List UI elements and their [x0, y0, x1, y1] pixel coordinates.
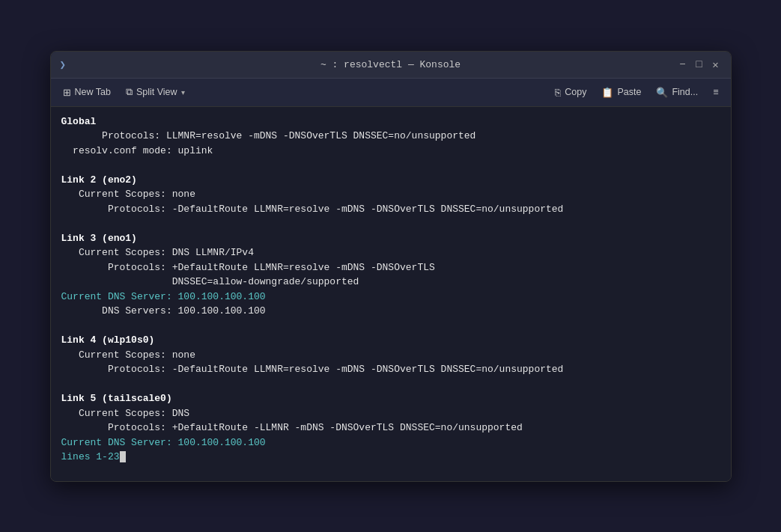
terminal-line: resolv.conf mode: uplink: [61, 144, 720, 159]
prompt-icon: ❯: [60, 58, 66, 71]
terminal-line: Current DNS Server: 100.100.100.100: [61, 290, 720, 305]
terminal-line: [61, 216, 720, 231]
split-view-dropdown-arrow: ▾: [181, 88, 185, 97]
terminal-line: lines 1-23: [61, 450, 720, 465]
new-tab-button[interactable]: ⊞ New Tab: [57, 84, 117, 101]
terminal-line: Current Scopes: none: [61, 348, 720, 363]
terminal-line: Global: [61, 114, 720, 129]
new-tab-icon: ⊞: [63, 87, 71, 98]
paste-icon: 📋: [601, 87, 613, 98]
copy-button[interactable]: ⎘ Copy: [549, 84, 592, 101]
title-bar-controls: − □ ✕: [677, 58, 722, 70]
terminal-line: Link 2 (eno2): [61, 173, 720, 188]
terminal-line: Current Scopes: none: [61, 187, 720, 202]
paste-button[interactable]: 📋 Paste: [595, 84, 647, 101]
copy-label: Copy: [565, 87, 586, 97]
terminal-line: Protocols: -DefaultRoute LLMNR=resolve -…: [61, 362, 720, 377]
close-button[interactable]: ✕: [710, 58, 722, 70]
cursor: [120, 451, 126, 462]
find-button[interactable]: 🔍 Find...: [650, 84, 704, 101]
split-view-icon: ⧉: [126, 86, 133, 98]
terminal-output[interactable]: Global Protocols: LLMNR=resolve -mDNS -D…: [51, 107, 731, 481]
find-icon: 🔍: [656, 87, 668, 98]
menu-button[interactable]: ≡: [707, 84, 724, 100]
terminal-line: Protocols: -DefaultRoute LLMNR=resolve -…: [61, 202, 720, 217]
terminal-line: Current Scopes: DNS LLMNR/IPv4: [61, 245, 720, 260]
menu-icon: ≡: [713, 87, 718, 97]
terminal-line: Link 5 (tailscale0): [61, 391, 720, 406]
terminal-line: [61, 158, 720, 173]
minimize-button[interactable]: −: [677, 58, 689, 70]
split-view-label: Split View: [136, 87, 177, 97]
maximize-button[interactable]: □: [693, 58, 705, 70]
find-label: Find...: [672, 87, 698, 97]
paste-label: Paste: [617, 87, 641, 97]
window-title: ~ : resolvectl — Konsole: [320, 59, 461, 70]
split-view-button[interactable]: ⧉ Split View ▾: [120, 83, 191, 101]
toolbar-right: ⎘ Copy 📋 Paste 🔍 Find... ≡: [549, 84, 724, 101]
new-tab-label: New Tab: [75, 87, 111, 97]
title-bar-left: ❯: [60, 58, 66, 71]
terminal-line: [61, 319, 720, 334]
title-bar: ❯ ~ : resolvectl — Konsole − □ ✕: [51, 52, 731, 79]
terminal-line: Current Scopes: DNS: [61, 406, 720, 421]
terminal-line: Protocols: +DefaultRoute LLMNR=resolve -…: [61, 260, 720, 275]
terminal-line: Link 4 (wlp10s0): [61, 333, 720, 348]
toolbar: ⊞ New Tab ⧉ Split View ▾ ⎘ Copy 📋 Paste …: [51, 79, 731, 107]
terminal-line: [61, 377, 720, 392]
terminal-line: Protocols: LLMNR=resolve -mDNS -DNSOverT…: [61, 129, 720, 144]
terminal-line: Link 3 (eno1): [61, 231, 720, 246]
terminal-line: DNSSEC=allow-downgrade/supported: [61, 275, 720, 290]
terminal-line: DNS Servers: 100.100.100.100: [61, 304, 720, 319]
terminal-line: Protocols: +DefaultRoute -LLMNR -mDNS -D…: [61, 421, 720, 435]
copy-icon: ⎘: [555, 87, 561, 98]
terminal-line: Current DNS Server: 100.100.100.100: [61, 435, 720, 450]
terminal-window: ❯ ~ : resolvectl — Konsole − □ ✕ ⊞ New T…: [50, 51, 732, 482]
